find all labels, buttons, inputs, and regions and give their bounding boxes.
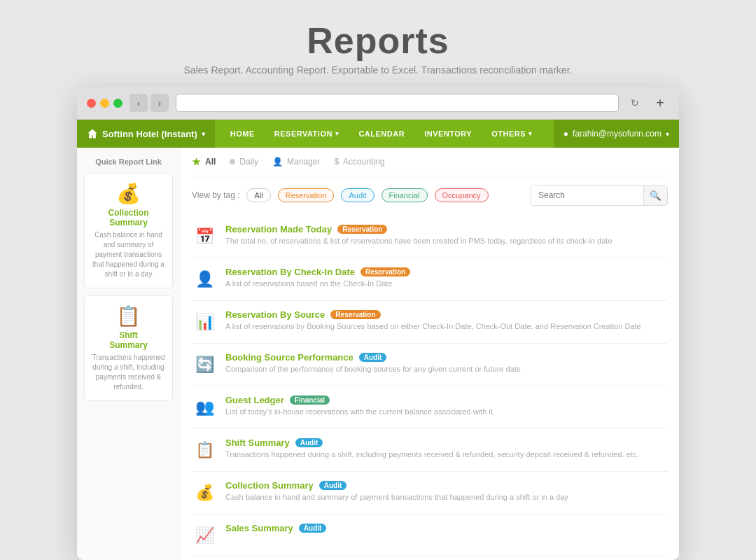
report-title-row: Reservation Made Today Reservation (225, 224, 668, 234)
sidebar-card-collection-summary[interactable]: 💰 CollectionSummary Cash balance in hand… (84, 173, 173, 288)
maximize-button[interactable] (113, 99, 122, 108)
search-button[interactable]: 🔍 (643, 186, 667, 205)
nav-others[interactable]: OTHERS ▾ (482, 120, 542, 148)
nav-home[interactable]: HOME (220, 120, 265, 148)
tab-manager[interactable]: 👤 Manager (272, 157, 320, 168)
tab-manager-icon: 👤 (272, 157, 283, 167)
page-header: Reports Sales Report. Accounting Report.… (184, 0, 573, 87)
nav-reservation[interactable]: RESERVATION ▾ (265, 120, 349, 148)
sidebar-card-shift-summary[interactable]: 📋 ShiftSummary Transactions happened dur… (84, 295, 173, 401)
forward-button[interactable]: › (150, 94, 169, 112)
navbar-items: HOME RESERVATION ▾ CALENDAR INVENTORY OT… (215, 120, 554, 148)
report-tag-audit: Audit (319, 481, 347, 490)
report-title-row: Reservation By Check-In Date Reservation (225, 267, 668, 277)
report-tag-financial: Financial (290, 396, 330, 405)
filter-all-button[interactable]: All (246, 188, 270, 202)
booking-source-performance-icon: 🔄 (192, 352, 217, 377)
report-item-reservation-by-checkin[interactable]: 👤 Reservation By Check-In Date Reservati… (192, 258, 668, 301)
report-name: Booking Source Performance (225, 352, 354, 363)
shift-summary-desc: Transactions happened during a shift, in… (90, 353, 167, 392)
nav-inventory[interactable]: INVENTORY (414, 120, 482, 148)
report-item-guest-ledger[interactable]: 👥 Guest Ledger Financial List of today's… (192, 386, 668, 429)
tab-daily[interactable]: Daily (230, 157, 258, 168)
view-by-label: View by tag : (192, 190, 239, 200)
report-info: Guest Ledger Financial List of today's i… (225, 395, 668, 416)
app-logo[interactable]: Softinn Hotel (Instant) ▾ (77, 120, 215, 148)
report-info: Reservation By Source Reservation A list… (225, 309, 668, 330)
new-tab-button[interactable]: + (651, 94, 669, 112)
report-title-row: Shift Summary Audit (225, 438, 668, 448)
filter-row: View by tag : All Reservation Audit Fina… (192, 185, 668, 206)
nav-calendar[interactable]: CALENDAR (349, 120, 414, 148)
report-title-row: Collection Summary Audit (225, 480, 668, 491)
nav-arrows: ‹ › (130, 94, 169, 112)
report-name: Shift Summary (225, 438, 290, 448)
report-info: Reservation By Check-In Date Reservation… (225, 267, 668, 288)
report-tag-audit: Audit (295, 438, 323, 447)
shift-summary-title: ShiftSummary (90, 330, 167, 350)
shift-summary-icon: 📋 (192, 438, 217, 463)
filter-audit-button[interactable]: Audit (341, 188, 374, 202)
app-logo-dropdown-icon: ▾ (202, 130, 205, 138)
minimize-button[interactable] (100, 99, 109, 108)
app-navbar: Softinn Hotel (Instant) ▾ HOME RESERVATI… (77, 120, 679, 148)
navbar-user[interactable]: ● farahin@mysofunn.com ▾ (554, 120, 679, 148)
collection-summary-title: CollectionSummary (90, 208, 167, 227)
filter-reservation-button[interactable]: Reservation (278, 188, 335, 202)
app-name: Softinn Hotel (Instant) (102, 129, 197, 139)
back-button[interactable]: ‹ (130, 94, 148, 112)
search-input[interactable] (531, 186, 643, 205)
reservation-by-checkin-icon: 👤 (192, 267, 217, 292)
report-info: Booking Source Performance Audit Compari… (225, 352, 668, 373)
sidebar: Quick Report Link 💰 CollectionSummary Ca… (77, 148, 181, 560)
address-bar[interactable] (176, 94, 619, 112)
report-name: Reservation By Source (225, 309, 325, 320)
page-subtitle: Sales Report. Accounting Report. Exporta… (184, 64, 573, 76)
tab-daily-label: Daily (239, 157, 258, 167)
reservation-made-today-icon: 📅 (192, 224, 217, 249)
report-desc: List of today's in-house reservations wi… (225, 407, 668, 416)
collection-summary-icon: 💰 (90, 182, 167, 205)
report-tag-reservation: Reservation (337, 225, 387, 234)
report-desc: Comparison of the performance of booking… (225, 365, 668, 373)
sales-summary-icon: 📈 (192, 523, 217, 548)
filter-financial-button[interactable]: Financial (382, 188, 428, 202)
report-tag-reservation: Reservation (330, 310, 380, 319)
filter-occupancy-button[interactable]: Occupancy (435, 188, 489, 202)
report-item-sales-summary[interactable]: 📈 Sales Summary Audit (192, 514, 668, 557)
report-name: Sales Summary (225, 523, 293, 533)
report-info: Shift Summary Audit Transactions happene… (225, 438, 668, 458)
report-item-reservation-made-today[interactable]: 📅 Reservation Made Today Reservation The… (192, 216, 668, 258)
tab-accounting[interactable]: $ Accounting (334, 157, 384, 168)
report-title-row: Reservation By Source Reservation (225, 309, 668, 320)
report-desc: A list of reservations by Booking Source… (225, 322, 668, 330)
report-title-row: Booking Source Performance Audit (225, 352, 668, 363)
reload-button[interactable]: ↻ (626, 94, 644, 112)
home-icon (87, 128, 98, 139)
report-item-reservation-by-source[interactable]: 📊 Reservation By Source Reservation A li… (192, 301, 668, 344)
page-title: Reports (184, 20, 573, 62)
report-name: Reservation Made Today (225, 224, 332, 234)
shift-summary-icon: 📋 (90, 304, 167, 328)
report-item-booking-source-performance[interactable]: 🔄 Booking Source Performance Audit Compa… (192, 344, 668, 386)
close-button[interactable] (87, 99, 96, 108)
report-item-shift-summary[interactable]: 📋 Shift Summary Audit Transactions happe… (192, 429, 668, 472)
traffic-lights (87, 99, 122, 108)
report-name: Collection Summary (225, 480, 314, 491)
tab-all[interactable]: ★ All (192, 156, 216, 169)
report-tag-audit: Audit (359, 353, 387, 362)
report-list: 📅 Reservation Made Today Reservation The… (192, 216, 668, 557)
tab-all-label: All (205, 157, 216, 167)
report-title-row: Sales Summary Audit (225, 523, 668, 533)
report-info: Reservation Made Today Reservation The t… (225, 224, 668, 245)
sidebar-title: Quick Report Link (84, 158, 173, 166)
report-tag-reservation: Reservation (360, 267, 410, 276)
report-item-collection-summary[interactable]: 💰 Collection Summary Audit Cash balance … (192, 472, 668, 514)
reports-area: ★ All Daily 👤 Manager $ Accounting (181, 148, 679, 560)
tabs-row: ★ All Daily 👤 Manager $ Accounting (192, 156, 668, 176)
main-content: Quick Report Link 💰 CollectionSummary Ca… (77, 148, 679, 560)
guest-ledger-icon: 👥 (192, 395, 217, 420)
search-box[interactable]: 🔍 (531, 185, 668, 206)
report-info: Sales Summary Audit (225, 523, 668, 536)
collection-summary-icon: 💰 (192, 480, 217, 505)
